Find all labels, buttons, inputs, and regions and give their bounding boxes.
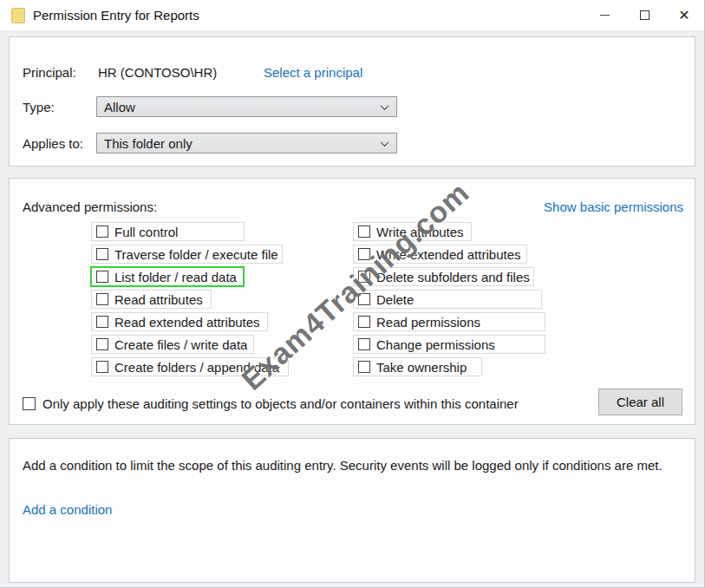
close-icon: ✕ (678, 9, 689, 23)
permission-item-take-ownership[interactable]: Take ownership (353, 357, 482, 376)
principal-label: Principal: (23, 65, 76, 80)
title-bar: Permission Entry for Reports ✕ (0, 0, 704, 31)
checkbox-delete-subfolders[interactable] (358, 271, 370, 283)
applies-to-dropdown[interactable]: This folder only (96, 133, 397, 154)
checkbox-read-permissions[interactable] (358, 316, 370, 328)
checkbox-create-files[interactable] (96, 338, 108, 350)
permission-item-read-permissions[interactable]: Read permissions (353, 312, 545, 331)
permission-label: Write extended attributes (376, 247, 520, 262)
permission-label: Take ownership (376, 360, 467, 375)
permission-label: Delete (376, 292, 414, 307)
checkbox-read-extended-attributes[interactable] (96, 316, 108, 328)
permission-item-delete-subfolders[interactable]: Delete subfolders and files (353, 267, 534, 286)
permission-item-create-files[interactable]: Create files / write data (91, 335, 254, 354)
type-dropdown[interactable]: Allow (96, 96, 397, 117)
permission-label: Full control (114, 225, 178, 239)
permission-item-delete[interactable]: Delete (353, 290, 542, 309)
minimize-button[interactable] (584, 0, 624, 30)
chevron-down-icon (381, 101, 389, 110)
permission-label: Change permissions (376, 337, 495, 352)
permission-label: Delete subfolders and files (376, 270, 530, 284)
principal-panel: Principal: HR (CONTOSO\HR) Select a prin… (9, 36, 695, 167)
window-controls: ✕ (584, 0, 704, 30)
condition-description: Add a condition to limit the scope of th… (23, 458, 677, 473)
permissions-column-right: Write attributes Write extended attribut… (353, 222, 545, 380)
permission-item-write-extended-attributes[interactable]: Write extended attributes (353, 245, 527, 264)
window-title: Permission Entry for Reports (33, 8, 199, 23)
only-apply-checkbox-row[interactable]: Only apply these auditing settings to ob… (23, 396, 519, 411)
show-basic-permissions-link[interactable]: Show basic permissions (544, 199, 683, 214)
permission-label: Read permissions (376, 315, 480, 330)
permission-label: Traverse folder / execute file (114, 247, 278, 262)
permission-item-create-folders[interactable]: Create folders / append data (91, 357, 289, 376)
only-apply-label: Only apply these auditing settings to ob… (42, 396, 519, 411)
permission-label: Read extended attributes (114, 315, 260, 330)
checkbox-create-folders[interactable] (96, 361, 108, 373)
chevron-down-icon (381, 138, 389, 147)
permission-entry-dialog: Permission Entry for Reports ✕ Principal… (0, 0, 705, 588)
clear-all-button[interactable]: Clear all (598, 389, 682, 415)
checkbox-only-apply[interactable] (23, 397, 36, 410)
add-condition-link[interactable]: Add a condition (23, 502, 112, 517)
advanced-permissions-heading: Advanced permissions: (23, 199, 157, 214)
permission-item-write-attributes[interactable]: Write attributes (353, 222, 472, 241)
maximize-button[interactable] (624, 0, 664, 30)
checkbox-full-control[interactable] (96, 225, 108, 238)
permission-label: List folder / read data (114, 270, 237, 284)
permission-item-list-folder-highlighted[interactable]: List folder / read data (90, 266, 245, 287)
condition-panel: Add a condition to limit the scope of th… (9, 438, 695, 583)
permission-item-read-attributes[interactable]: Read attributes (91, 290, 212, 309)
checkbox-traverse-folder[interactable] (96, 248, 108, 260)
checkbox-change-permissions[interactable] (358, 338, 370, 350)
advanced-permissions-panel: Advanced permissions: Show basic permiss… (9, 178, 695, 425)
checkbox-take-ownership[interactable] (358, 361, 370, 373)
permission-label: Create folders / append data (114, 360, 279, 375)
permission-item-full-control[interactable]: Full control (91, 222, 245, 241)
permission-label: Create files / write data (114, 337, 247, 352)
permission-item-traverse-folder[interactable]: Traverse folder / execute file (91, 245, 283, 264)
type-label: Type: (23, 100, 55, 114)
checkbox-read-attributes[interactable] (96, 293, 108, 305)
select-principal-link[interactable]: Select a principal (264, 65, 362, 80)
permission-label: Read attributes (114, 292, 203, 307)
minimize-icon (600, 15, 610, 16)
maximize-icon (640, 10, 650, 20)
close-button[interactable]: ✕ (664, 0, 704, 30)
permission-item-change-permissions[interactable]: Change permissions (353, 335, 545, 354)
permissions-column-left: Full control Traverse folder / execute f… (91, 222, 289, 380)
principal-value: HR (CONTOSO\HR) (98, 65, 217, 80)
checkbox-delete[interactable] (358, 293, 370, 305)
folder-icon (11, 8, 25, 23)
checkbox-list-folder[interactable] (96, 271, 108, 283)
applies-to-dropdown-value: This folder only (104, 136, 193, 151)
applies-to-label: Applies to: (23, 136, 83, 151)
type-dropdown-value: Allow (104, 100, 135, 114)
permission-item-read-extended-attributes[interactable]: Read extended attributes (91, 312, 268, 331)
permission-label: Write attributes (376, 225, 464, 239)
checkbox-write-extended-attributes[interactable] (358, 248, 370, 260)
checkbox-write-attributes[interactable] (358, 225, 370, 238)
